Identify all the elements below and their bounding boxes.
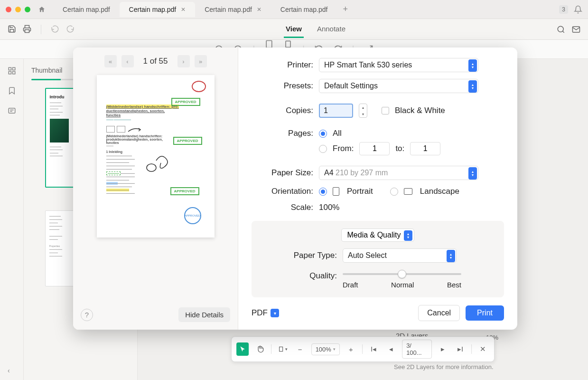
collapse-sidebar-button[interactable]: ‹ (8, 367, 10, 374)
pages-all-radio[interactable] (319, 130, 327, 138)
svg-point-21 (147, 164, 156, 171)
svg-rect-15 (9, 72, 11, 74)
zoom-in-button[interactable]: + (345, 342, 357, 356)
bell-icon[interactable] (574, 5, 582, 14)
close-tab-icon[interactable]: ✕ (181, 6, 186, 13)
svg-rect-0 (25, 29, 29, 32)
copies-input[interactable] (319, 104, 353, 118)
window-controls (6, 7, 30, 12)
view-tab[interactable]: View (284, 21, 304, 38)
bottom-toolbar: ▾ − 100% ▾ + I◂ ◂ 3/ 100... ▸ ▸I ✕ (231, 336, 495, 362)
pages-range-radio[interactable] (319, 145, 327, 153)
approved-stamp: APPROVED (173, 137, 202, 145)
section-select[interactable]: Media & Quality (341, 228, 415, 242)
landscape-label: Landscape (420, 187, 459, 196)
pages-from-input[interactable] (359, 142, 390, 155)
svg-line-2 (562, 31, 564, 32)
pages-from-label: From: (333, 144, 354, 153)
approved-stamp: APPROVED (170, 187, 199, 195)
search-icon[interactable] (557, 25, 565, 34)
pointer-tool-button[interactable] (236, 342, 249, 356)
scale-value: 100% (319, 203, 339, 212)
print-preview: APPROVED (Middelnederlandse) handschrift… (97, 75, 215, 238)
pages-to-label: to: (395, 144, 404, 153)
svg-rect-13 (9, 67, 11, 70)
maximize-window-button[interactable] (25, 7, 30, 12)
redo-icon[interactable] (66, 25, 75, 33)
quality-normal: Normal (391, 281, 414, 289)
tab-label: Certain map.pdf (280, 6, 328, 13)
hand-tool-button[interactable] (253, 342, 266, 356)
svg-rect-17 (9, 108, 15, 114)
close-tab-icon[interactable]: ✕ (257, 6, 261, 13)
page-indicator[interactable]: 3/ 100... (402, 340, 432, 359)
svg-rect-10 (286, 41, 290, 47)
next-preview-button[interactable]: › (177, 55, 190, 67)
mail-icon[interactable] (572, 25, 580, 34)
next-page-button[interactable]: ▸ (437, 342, 449, 356)
print-dialog: « ‹ 1 of 55 › » APPROVED (Middelnederlan… (73, 48, 517, 330)
page-display-button[interactable]: ▾ (276, 342, 289, 356)
svg-rect-9 (266, 41, 272, 48)
print-button[interactable]: Print (466, 305, 504, 321)
close-toolbar-button[interactable]: ✕ (477, 342, 490, 356)
tab-4[interactable]: Certain map.pdf (271, 2, 337, 17)
undo-icon[interactable] (51, 25, 59, 33)
tab-1[interactable]: Certain map.pdf (53, 2, 120, 17)
main-toolbar: View Annotate (0, 19, 588, 40)
hide-details-button[interactable]: Hide Details (178, 307, 230, 322)
chevron-down-icon: ▾ (271, 309, 279, 317)
add-tab-button[interactable]: + (337, 4, 354, 14)
help-button[interactable]: ? (81, 309, 93, 321)
presets-label: Presets: (252, 81, 313, 91)
zoom-out-button[interactable]: − (294, 342, 307, 356)
first-preview-button[interactable]: « (104, 55, 117, 67)
tab-3[interactable]: Certain map.pdf✕ (195, 2, 271, 17)
print-icon[interactable] (23, 25, 31, 33)
portrait-radio[interactable] (319, 188, 327, 196)
annotate-tab[interactable]: Annotate (315, 21, 347, 38)
svg-rect-20 (279, 347, 282, 351)
minimize-window-button[interactable] (15, 7, 21, 12)
quality-label: Quality: (261, 269, 337, 281)
annotations-icon[interactable] (8, 106, 16, 115)
scale-label: Scale: (252, 203, 313, 212)
notification-count[interactable]: 3 (559, 5, 568, 14)
bw-checkbox[interactable] (382, 107, 389, 114)
home-icon[interactable] (38, 6, 46, 13)
close-window-button[interactable] (6, 7, 11, 12)
preview-page-indicator: 1 of 55 (143, 57, 168, 66)
copies-label: Copies: (252, 106, 313, 115)
paper-size-select[interactable]: A4 210 by 297 mm (319, 166, 478, 180)
prev-preview-button[interactable]: ‹ (121, 55, 134, 67)
tab-strip: Certain map.pdf Certain map.pdf✕ Certain… (53, 2, 559, 17)
last-preview-button[interactable]: » (195, 55, 207, 67)
first-page-button[interactable]: I◂ (367, 342, 380, 356)
landscape-icon (404, 188, 412, 195)
save-icon[interactable] (8, 25, 16, 33)
thumbnails-icon[interactable] (8, 66, 16, 75)
tab-label: Certain map.pdf (205, 6, 252, 13)
tab-label: Certain map.pdf (63, 6, 110, 13)
quality-slider[interactable]: Draft Normal Best (343, 269, 461, 289)
printer-select[interactable]: HP Smart Tank 530 series (319, 58, 478, 72)
media-quality-section: Media & Quality Paper Type: Auto Select … (252, 221, 504, 297)
zoom-level[interactable]: 100% ▾ (311, 343, 340, 355)
circle-stamp: APPROVED (184, 207, 201, 224)
cancel-button[interactable]: Cancel (418, 305, 460, 321)
tab-2[interactable]: Certain map.pdf✕ (120, 2, 196, 17)
bookmark-icon[interactable] (8, 86, 16, 95)
copies-stepper[interactable]: ▴▾ (359, 104, 367, 118)
svg-rect-14 (12, 67, 15, 70)
landscape-radio[interactable] (390, 188, 398, 196)
presets-select[interactable]: Default Settings (319, 79, 478, 93)
hint-text: See 2D Layers for more information. (394, 363, 494, 370)
pages-to-input[interactable] (410, 142, 440, 155)
last-page-button[interactable]: ▸I (454, 342, 467, 356)
svg-rect-16 (12, 72, 15, 74)
prev-page-button[interactable]: ◂ (384, 342, 397, 356)
paper-type-select[interactable]: Auto Select (343, 248, 457, 263)
bw-label: Black & White (395, 106, 445, 115)
pdf-dropdown[interactable]: PDF▾ (252, 308, 279, 318)
orientation-label: Orientation: (252, 187, 313, 196)
